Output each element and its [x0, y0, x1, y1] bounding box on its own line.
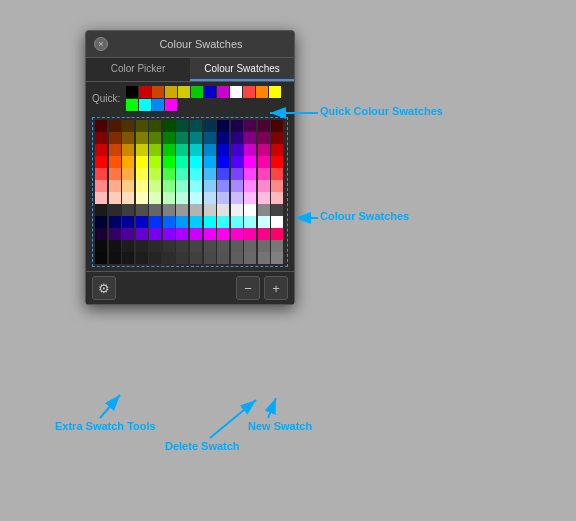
- swatch-cell[interactable]: [231, 192, 243, 204]
- quick-swatch-cell[interactable]: [152, 99, 164, 111]
- swatch-cell[interactable]: [149, 204, 161, 216]
- swatch-cell[interactable]: [109, 192, 121, 204]
- swatch-cell[interactable]: [95, 168, 107, 180]
- swatch-cell[interactable]: [244, 192, 256, 204]
- quick-swatch-cell[interactable]: [217, 86, 229, 98]
- swatch-cell[interactable]: [122, 156, 134, 168]
- swatch-cell[interactable]: [149, 252, 161, 264]
- swatch-cell[interactable]: [136, 156, 148, 168]
- swatch-cell[interactable]: [244, 216, 256, 228]
- swatch-cell[interactable]: [136, 240, 148, 252]
- swatch-cell[interactable]: [109, 132, 121, 144]
- swatch-cell[interactable]: [149, 228, 161, 240]
- swatch-cell[interactable]: [231, 156, 243, 168]
- quick-swatch-cell[interactable]: [256, 86, 268, 98]
- swatch-cell[interactable]: [109, 252, 121, 264]
- swatch-cell[interactable]: [190, 252, 202, 264]
- swatch-cell[interactable]: [163, 168, 175, 180]
- swatch-cell[interactable]: [176, 120, 188, 132]
- swatch-cell[interactable]: [217, 132, 229, 144]
- swatch-cell[interactable]: [204, 252, 216, 264]
- swatch-cell[interactable]: [244, 180, 256, 192]
- swatch-cell[interactable]: [163, 192, 175, 204]
- swatch-cell[interactable]: [109, 204, 121, 216]
- swatch-cell[interactable]: [176, 192, 188, 204]
- tab-colour-swatches[interactable]: Colour Swatches: [190, 58, 294, 81]
- swatch-cell[interactable]: [190, 180, 202, 192]
- swatch-cell[interactable]: [204, 192, 216, 204]
- swatch-cell[interactable]: [122, 228, 134, 240]
- swatch-cell[interactable]: [271, 156, 283, 168]
- swatch-cell[interactable]: [176, 144, 188, 156]
- swatch-cell[interactable]: [122, 192, 134, 204]
- swatch-cell[interactable]: [163, 240, 175, 252]
- swatch-cell[interactable]: [163, 144, 175, 156]
- quick-swatch-cell[interactable]: [178, 86, 190, 98]
- swatch-cell[interactable]: [231, 120, 243, 132]
- quick-swatch-cell[interactable]: [243, 86, 255, 98]
- swatch-cell[interactable]: [204, 204, 216, 216]
- swatch-cell[interactable]: [190, 192, 202, 204]
- swatch-cell[interactable]: [95, 240, 107, 252]
- swatch-cell[interactable]: [122, 252, 134, 264]
- swatch-cell[interactable]: [258, 180, 270, 192]
- swatch-cell[interactable]: [231, 228, 243, 240]
- swatch-cell[interactable]: [122, 240, 134, 252]
- swatch-cell[interactable]: [244, 168, 256, 180]
- swatch-cell[interactable]: [136, 216, 148, 228]
- swatch-cell[interactable]: [190, 120, 202, 132]
- swatch-cell[interactable]: [217, 168, 229, 180]
- swatch-cell[interactable]: [204, 120, 216, 132]
- swatch-cell[interactable]: [109, 156, 121, 168]
- swatch-cell[interactable]: [136, 168, 148, 180]
- swatch-cell[interactable]: [231, 168, 243, 180]
- swatch-cell[interactable]: [190, 240, 202, 252]
- swatch-cell[interactable]: [271, 168, 283, 180]
- swatch-cell[interactable]: [231, 240, 243, 252]
- swatch-cell[interactable]: [204, 180, 216, 192]
- swatch-cell[interactable]: [176, 216, 188, 228]
- swatch-cell[interactable]: [244, 240, 256, 252]
- close-button[interactable]: ×: [94, 37, 108, 51]
- swatch-cell[interactable]: [244, 144, 256, 156]
- swatch-cell[interactable]: [95, 252, 107, 264]
- swatch-cell[interactable]: [231, 132, 243, 144]
- swatch-cell[interactable]: [244, 120, 256, 132]
- swatch-cell[interactable]: [95, 192, 107, 204]
- swatch-cell[interactable]: [109, 120, 121, 132]
- swatch-cell[interactable]: [271, 132, 283, 144]
- swatch-cell[interactable]: [176, 240, 188, 252]
- quick-swatch-cell[interactable]: [139, 99, 151, 111]
- swatch-cell[interactable]: [95, 156, 107, 168]
- swatch-cell[interactable]: [190, 168, 202, 180]
- swatch-cell[interactable]: [190, 156, 202, 168]
- swatch-cell[interactable]: [244, 204, 256, 216]
- swatch-cell[interactable]: [149, 144, 161, 156]
- swatch-cell[interactable]: [122, 120, 134, 132]
- swatch-cell[interactable]: [95, 180, 107, 192]
- swatch-cell[interactable]: [258, 144, 270, 156]
- swatch-cell[interactable]: [122, 204, 134, 216]
- swatch-cell[interactable]: [136, 192, 148, 204]
- swatch-cell[interactable]: [95, 228, 107, 240]
- swatch-cell[interactable]: [136, 252, 148, 264]
- swatch-cell[interactable]: [176, 180, 188, 192]
- quick-swatch-cell[interactable]: [165, 99, 177, 111]
- tab-color-picker[interactable]: Color Picker: [86, 58, 190, 81]
- swatch-cell[interactable]: [190, 216, 202, 228]
- swatch-cell[interactable]: [217, 240, 229, 252]
- swatch-cell[interactable]: [149, 240, 161, 252]
- swatch-cell[interactable]: [149, 180, 161, 192]
- swatch-cell[interactable]: [149, 132, 161, 144]
- swatch-cell[interactable]: [163, 228, 175, 240]
- quick-swatch-cell[interactable]: [191, 86, 203, 98]
- swatch-cell[interactable]: [271, 204, 283, 216]
- swatch-cell[interactable]: [231, 216, 243, 228]
- swatch-cell[interactable]: [217, 228, 229, 240]
- quick-swatch-cell[interactable]: [126, 86, 138, 98]
- swatch-cell[interactable]: [136, 228, 148, 240]
- swatch-cell[interactable]: [271, 228, 283, 240]
- swatch-cell[interactable]: [149, 192, 161, 204]
- swatch-cell[interactable]: [244, 252, 256, 264]
- swatch-cell[interactable]: [204, 216, 216, 228]
